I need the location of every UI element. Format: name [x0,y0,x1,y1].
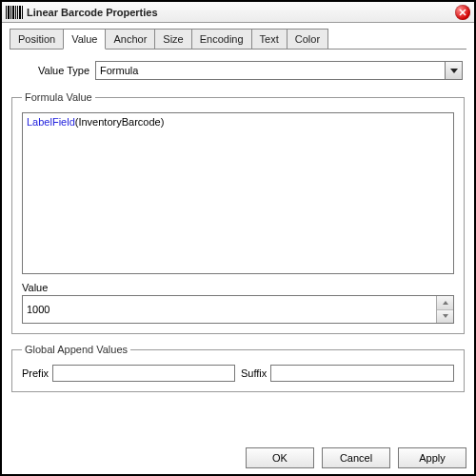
chevron-down-icon [445,62,462,79]
titlebar: Linear Barcode Properties [2,2,474,23]
tab-size[interactable]: Size [154,29,191,49]
append-row: Prefix Suffix [22,365,454,382]
svg-rect-6 [19,6,21,19]
tab-label: Color [295,33,320,45]
apply-button[interactable]: Apply [398,447,466,468]
formula-fieldset: Formula Value LabelField(InventoryBarcod… [11,91,465,334]
tab-text[interactable]: Text [251,29,288,49]
svg-rect-0 [6,6,7,19]
value-spinner[interactable]: 1000 [22,295,454,324]
value-type-row: Value Type Formula [10,55,466,82]
tab-bar: Position Value Anchor Size Encoding Text… [10,29,466,50]
append-fieldset: Global Append Values Prefix Suffix [11,344,465,392]
formula-legend: Formula Value [22,91,95,103]
svg-rect-7 [22,6,23,19]
suffix-label: Suffix [241,367,267,379]
barcode-icon [6,6,23,19]
spinner-up-button[interactable] [437,296,453,310]
value-type-select[interactable]: Formula [95,61,463,80]
tab-label: Anchor [113,33,147,45]
button-label: OK [272,452,288,464]
value-text: 1000 [23,296,436,323]
dialog-content: Position Value Anchor Size Encoding Text… [2,23,474,442]
spinner-down-button[interactable] [437,310,453,324]
prefix-label: Prefix [22,367,49,379]
tab-encoding[interactable]: Encoding [191,29,252,49]
tab-color[interactable]: Color [287,29,328,49]
prefix-input[interactable] [52,365,235,382]
svg-rect-3 [12,6,14,19]
formula-editor[interactable]: LabelField(InventoryBarcode) [22,112,454,274]
spinner-buttons [436,296,453,323]
tab-label: Position [18,33,55,45]
svg-rect-1 [8,6,10,19]
prefix-group: Prefix [22,365,235,382]
dialog-window: Linear Barcode Properties Position Value… [0,0,476,476]
value-type-label: Value Type [38,65,89,76]
value-type-selected: Formula [96,65,445,76]
suffix-input[interactable] [270,365,454,382]
suffix-group: Suffix [241,365,454,382]
window-title: Linear Barcode Properties [27,7,451,18]
ok-button[interactable]: OK [246,447,314,468]
button-label: Apply [419,452,446,464]
value-label: Value [22,282,454,293]
button-label: Cancel [340,452,372,464]
tab-label: Size [163,33,183,45]
tab-position[interactable]: Position [10,29,64,49]
svg-rect-5 [17,6,18,19]
append-legend: Global Append Values [22,344,130,355]
tab-value[interactable]: Value [63,29,106,50]
close-button[interactable] [455,5,470,20]
svg-rect-4 [15,6,16,19]
formula-argument: InventoryBarcode [78,116,160,128]
tab-label: Encoding [200,33,244,45]
formula-function: LabelField [27,116,75,128]
svg-rect-2 [10,6,11,19]
cancel-button[interactable]: Cancel [322,447,390,468]
tab-label: Text [260,33,279,45]
tab-anchor[interactable]: Anchor [105,29,155,49]
dialog-footer: OK Cancel Apply [2,442,474,474]
tab-label: Value [71,33,97,45]
value-wrap: Value 1000 [22,282,454,324]
